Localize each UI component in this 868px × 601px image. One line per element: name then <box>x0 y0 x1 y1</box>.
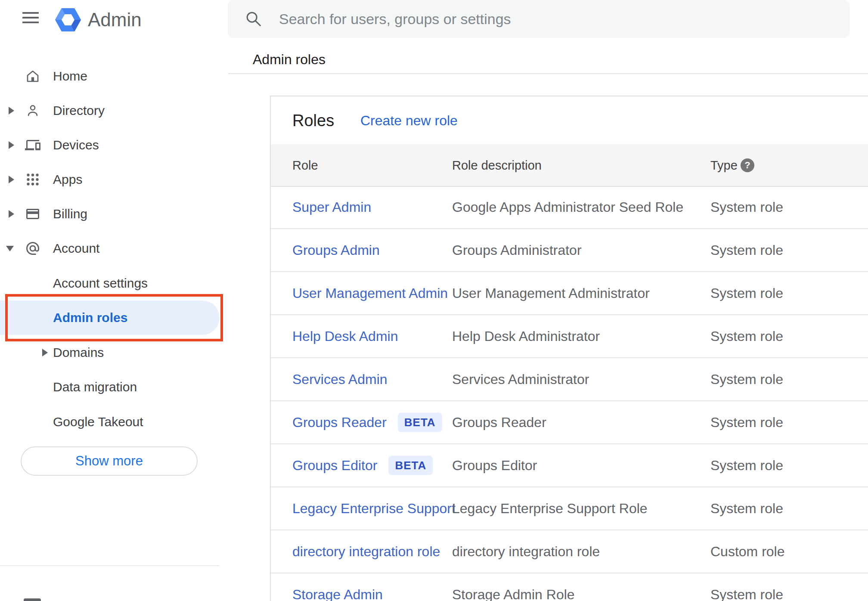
role-type-cell: System role <box>710 372 783 387</box>
sidebar-item-account[interactable]: Account <box>0 231 228 266</box>
role-type-cell: System role <box>710 458 783 474</box>
partial-bottom-icon <box>24 598 41 601</box>
sidebar-item-label: Account <box>53 241 99 256</box>
sidebar-item-directory[interactable]: Directory <box>0 93 228 128</box>
help-icon[interactable]: ? <box>741 158 754 172</box>
roles-card: Roles Create new role Role Role descript… <box>270 96 868 601</box>
sidebar-item-apps[interactable]: Apps <box>0 162 228 197</box>
chevron-right-icon[interactable] <box>9 107 14 115</box>
role-description-cell: Help Desk Administrator <box>452 328 600 344</box>
role-type-cell: System role <box>710 587 783 601</box>
sidebar-item-label: Apps <box>53 172 82 187</box>
role-link[interactable]: directory integration role <box>292 544 440 560</box>
table-row: Storage AdminStorage Admin RoleSystem ro… <box>271 573 868 601</box>
breadcrumb: Admin roles <box>253 52 326 68</box>
sidebar-item-label: Billing <box>53 207 87 221</box>
app-title: Admin <box>88 9 142 31</box>
role-cell: Groups EditorBETA <box>292 456 433 475</box>
role-link[interactable]: Super Admin <box>292 199 371 215</box>
column-header-role: Role <box>292 158 318 172</box>
chevron-right-icon[interactable] <box>42 349 48 356</box>
role-type-cell: System role <box>710 285 783 301</box>
role-link[interactable]: Storage Admin <box>292 587 383 601</box>
table-row: User Management AdminUser Management Adm… <box>271 272 868 315</box>
table-row: directory integration roledirectory inte… <box>271 530 868 573</box>
sidebar-divider <box>0 565 220 566</box>
table-header-row: Role Role description Type ? <box>271 144 868 187</box>
sidebar-item-google-takeout[interactable]: Google Takeout <box>0 405 228 439</box>
table-row: Groups EditorBETAGroups EditorSystem rol… <box>271 444 868 487</box>
sidebar-item-devices[interactable]: Devices <box>0 128 228 162</box>
role-description-cell: Legacy Enterprise Support Role <box>452 501 648 517</box>
page-title: Roles <box>292 111 334 130</box>
role-cell: Groups ReaderBETA <box>292 413 442 432</box>
show-more-button[interactable]: Show more <box>21 446 198 476</box>
role-description-cell: Services Administrator <box>452 372 589 387</box>
sidebar: Admin Home Directory Devices <box>0 0 228 601</box>
roles-table-body: Super AdminGoogle Apps Administrator See… <box>271 186 868 601</box>
home-icon <box>25 68 40 84</box>
sidebar-item-label: Devices <box>53 138 99 152</box>
role-type-cell: Custom role <box>710 544 785 560</box>
person-icon <box>25 103 40 118</box>
role-cell: User Management Admin <box>292 285 448 301</box>
column-header-role-description: Role description <box>452 158 542 172</box>
sidebar-item-label: Account settings <box>53 276 148 291</box>
devices-icon <box>25 137 40 153</box>
table-row: Help Desk AdminHelp Desk AdministratorSy… <box>271 315 868 358</box>
sidebar-item-admin-roles[interactable]: Admin roles <box>0 300 220 335</box>
role-link[interactable]: Help Desk Admin <box>292 328 398 344</box>
role-cell: directory integration role <box>292 544 440 560</box>
chevron-right-icon[interactable] <box>9 210 14 218</box>
role-type-cell: System role <box>710 501 783 517</box>
create-new-role-link[interactable]: Create new role <box>360 112 458 128</box>
sidebar-item-domains[interactable]: Domains <box>0 335 228 370</box>
sidebar-item-account-settings[interactable]: Account settings <box>0 266 228 300</box>
role-cell: Legacy Enterprise Support <box>292 501 456 517</box>
chevron-down-icon[interactable] <box>6 246 14 251</box>
header-divider <box>228 73 868 74</box>
beta-badge: BETA <box>398 413 442 432</box>
role-description-cell: Groups Reader <box>452 415 546 431</box>
role-link[interactable]: Groups Admin <box>292 242 380 258</box>
role-link[interactable]: Groups Editor <box>292 458 377 474</box>
table-row: Groups AdminGroups AdministratorSystem r… <box>271 229 868 272</box>
sidebar-item-label: Directory <box>53 103 105 118</box>
role-cell: Super Admin <box>292 199 371 215</box>
sidebar-item-data-migration[interactable]: Data migration <box>0 370 228 404</box>
role-cell: Storage Admin <box>292 587 383 601</box>
card-titlebar: Roles Create new role <box>271 96 868 144</box>
role-link[interactable]: Services Admin <box>292 372 388 387</box>
sidebar-item-label: Data migration <box>53 380 137 394</box>
role-type-cell: System role <box>710 199 783 215</box>
table-row: Super AdminGoogle Apps Administrator See… <box>271 186 868 229</box>
role-link[interactable]: Groups Reader <box>292 415 387 431</box>
role-type-cell: System role <box>710 415 783 431</box>
chevron-right-icon[interactable] <box>9 141 14 149</box>
role-cell: Services Admin <box>292 372 388 387</box>
beta-badge: BETA <box>388 456 433 475</box>
sidebar-item-home[interactable]: Home <box>0 59 228 93</box>
role-link[interactable]: User Management Admin <box>292 285 448 301</box>
hamburger-menu-icon[interactable] <box>22 12 39 23</box>
role-description-cell: User Management Administrator <box>452 285 650 301</box>
sidebar-item-label: Domains <box>53 345 104 360</box>
global-search-bar[interactable] <box>228 0 850 38</box>
apps-grid-icon <box>25 172 40 187</box>
role-description-cell: directory integration role <box>452 544 600 560</box>
sidebar-item-billing[interactable]: Billing <box>0 197 228 231</box>
at-sign-icon <box>25 241 40 256</box>
search-input[interactable] <box>278 10 797 28</box>
chevron-right-icon[interactable] <box>9 176 14 183</box>
role-type-cell: System role <box>710 328 783 344</box>
role-cell: Groups Admin <box>292 242 380 258</box>
role-type-cell: System role <box>710 242 783 258</box>
credit-card-icon <box>25 206 40 222</box>
role-description-cell: Groups Editor <box>452 458 537 474</box>
sidebar-item-label: Google Takeout <box>53 415 143 429</box>
table-row: Services AdminServices AdministratorSyst… <box>271 358 868 401</box>
app-logo: Admin <box>55 8 142 32</box>
role-link[interactable]: Legacy Enterprise Support <box>292 501 456 517</box>
column-header-type: Type <box>710 158 738 172</box>
table-row: Groups ReaderBETAGroups ReaderSystem rol… <box>271 401 868 444</box>
